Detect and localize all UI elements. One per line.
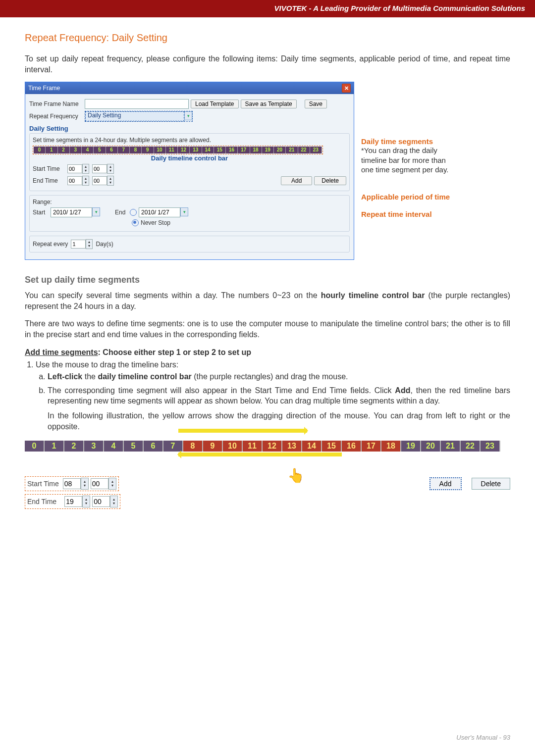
big-timeline-cell[interactable]: 0: [25, 441, 45, 452]
annot-repeat-title: Repeat time interval: [361, 210, 460, 218]
big-timeline-cell[interactable]: 8: [183, 441, 203, 452]
big-timeline-cell[interactable]: 1: [45, 441, 64, 452]
big-timeline-cell[interactable]: 19: [401, 441, 421, 452]
timeline-hour-cell[interactable]: 5: [94, 147, 106, 153]
delete-button[interactable]: Delete: [314, 176, 346, 185]
timeline-hour-cell[interactable]: 10: [154, 147, 166, 153]
close-icon[interactable]: ✕: [342, 84, 351, 93]
annotation-column: Daily time segments *You can drag the da…: [354, 82, 460, 253]
big-timeline-cell[interactable]: 2: [64, 441, 84, 452]
big-timeline-cell[interactable]: 23: [481, 441, 500, 452]
range-end-date[interactable]: [139, 207, 180, 217]
timeline-hour-cell[interactable]: 3: [70, 147, 82, 153]
timeline-hour-cell[interactable]: 15: [214, 147, 226, 153]
repeat-frequency-select[interactable]: Daily Setting: [85, 111, 184, 121]
big-timeline-cell[interactable]: 4: [104, 441, 124, 452]
big-timeline-cell[interactable]: 17: [362, 441, 381, 452]
end-hour-stepper[interactable]: ▴▾: [67, 176, 89, 186]
annot-daily-segments-note: *You can drag the daily timeline bar for…: [361, 146, 460, 175]
time-frame-name-input[interactable]: [85, 99, 189, 109]
timeline-hour-cell[interactable]: 4: [82, 147, 94, 153]
timeline-hour-cell[interactable]: 19: [262, 147, 274, 153]
timeline-hour-cell[interactable]: 21: [286, 147, 298, 153]
ill2-start-label: Start Time: [27, 480, 59, 488]
ill2-start-hour[interactable]: ▴▾: [63, 478, 89, 490]
start-min-stepper[interactable]: ▴▾: [92, 164, 114, 174]
dialog-title-text: Time Frame: [28, 85, 60, 92]
brand-text: VIVOTEK - A Leading Provider of Multimed…: [274, 4, 525, 12]
big-timeline[interactable]: 01234567891011121314151617181920212223: [25, 441, 500, 452]
end-min-stepper[interactable]: ▴▾: [92, 176, 114, 186]
chevron-down-icon[interactable]: ▾: [184, 111, 192, 120]
paragraph-2: There are two ways to define time segmen…: [25, 318, 510, 340]
ill2-add-button[interactable]: Add: [429, 477, 462, 490]
segments-note: Set time segments in a 24-hour day. Mult…: [33, 137, 346, 144]
big-timeline-cell[interactable]: 21: [441, 441, 461, 452]
daily-timeline-bar[interactable]: 01234567891011121314151617181920212223: [33, 146, 323, 154]
yellow-arrow-right: [178, 429, 307, 433]
big-timeline-cell[interactable]: 14: [302, 441, 322, 452]
big-timeline-cell[interactable]: 20: [421, 441, 441, 452]
end-date-radio[interactable]: [130, 209, 137, 216]
timeline-hour-cell[interactable]: 17: [238, 147, 250, 153]
intro-paragraph: To set up daily repeat frequency, please…: [25, 53, 510, 75]
timeline-hour-cell[interactable]: 7: [118, 147, 130, 153]
timeline-hour-cell[interactable]: 16: [226, 147, 238, 153]
load-template-button[interactable]: Load Template: [191, 100, 239, 108]
range-start-label: Start: [33, 209, 51, 216]
big-timeline-cell[interactable]: 9: [203, 441, 223, 452]
timeline-hour-cell[interactable]: 18: [250, 147, 262, 153]
add-button[interactable]: Add: [281, 176, 312, 185]
ill2-end-min[interactable]: ▴▾: [92, 496, 118, 507]
timeline-hour-cell[interactable]: 9: [142, 147, 154, 153]
big-timeline-cell[interactable]: 16: [342, 441, 362, 452]
timeline-hour-cell[interactable]: 20: [274, 147, 286, 153]
timeline-hour-cell[interactable]: 0: [34, 147, 46, 153]
timeline-hour-cell[interactable]: 1: [46, 147, 57, 153]
start-time-label: Start Time: [33, 165, 67, 172]
repeat-value-stepper[interactable]: ▴▾: [71, 239, 93, 249]
chevron-down-icon[interactable]: ▾: [92, 207, 100, 216]
range-end-label: End: [115, 209, 130, 216]
big-timeline-cell[interactable]: 22: [461, 441, 481, 452]
ill2-delete-button[interactable]: Delete: [472, 478, 510, 490]
big-timeline-cell[interactable]: 15: [322, 441, 342, 452]
timeline-hour-cell[interactable]: 23: [310, 147, 322, 153]
big-timeline-cell[interactable]: 11: [243, 441, 263, 452]
big-timeline-cell[interactable]: 5: [124, 441, 144, 452]
section-title: Repeat Frequency: Daily Setting: [25, 32, 510, 44]
save-button[interactable]: Save: [305, 100, 327, 108]
setup-heading: Set up daily time segments: [25, 275, 510, 285]
range-start-date[interactable]: [51, 207, 92, 217]
repeat-unit-label: Day(s): [96, 241, 113, 248]
big-timeline-cell[interactable]: 3: [84, 441, 104, 452]
big-timeline-cell[interactable]: 10: [223, 441, 243, 452]
timeline-hour-cell[interactable]: 13: [190, 147, 202, 153]
chevron-down-icon[interactable]: ▾: [180, 207, 188, 216]
never-stop-radio[interactable]: [132, 219, 139, 226]
timeline-hour-cell[interactable]: 2: [58, 147, 70, 153]
timeline-hour-cell[interactable]: 12: [178, 147, 190, 153]
timeline-hour-cell[interactable]: 6: [106, 147, 118, 153]
timeline-hour-cell[interactable]: 8: [130, 147, 142, 153]
cursor-hand-icon: 👆: [287, 467, 305, 484]
step-1: Use the mouse to drag the timeline bars:…: [36, 360, 510, 432]
ill2-end-hour[interactable]: ▴▾: [64, 496, 90, 507]
big-timeline-cell[interactable]: 6: [144, 441, 163, 452]
big-timeline-cell[interactable]: 7: [163, 441, 183, 452]
big-timeline-cell[interactable]: 13: [282, 441, 302, 452]
never-stop-label: Never Stop: [141, 219, 170, 226]
timeline-hour-cell[interactable]: 14: [202, 147, 214, 153]
big-timeline-cell[interactable]: 18: [381, 441, 401, 452]
end-time-group: End Time ▴▾ ▴▾: [25, 494, 120, 509]
ill2-start-min[interactable]: ▴▾: [91, 478, 116, 490]
start-hour-stepper[interactable]: ▴▾: [67, 164, 89, 174]
annot-daily-segments-title: Daily time segments: [361, 137, 460, 146]
big-timeline-cell[interactable]: 12: [263, 441, 282, 452]
dialog-titlebar: Time Frame ✕: [25, 82, 354, 94]
daily-setting-subhead: Daily Setting: [29, 125, 350, 132]
timeline-hour-cell[interactable]: 22: [298, 147, 310, 153]
start-time-group: Start Time ▴▾ ▴▾: [25, 476, 119, 491]
timeline-hour-cell[interactable]: 11: [166, 147, 178, 153]
save-as-template-button[interactable]: Save as Template: [241, 100, 297, 108]
